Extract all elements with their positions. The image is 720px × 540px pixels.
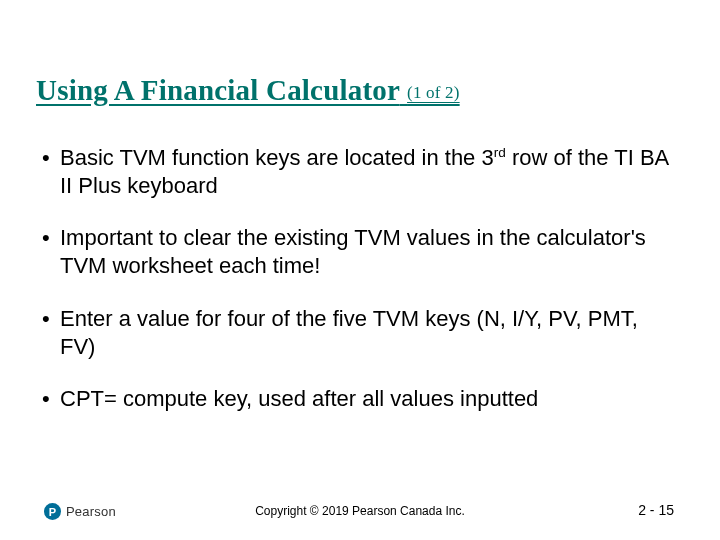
bullet-item: Basic TVM function keys are located in t…	[42, 144, 678, 200]
bullet-list: Basic TVM function keys are located in t…	[42, 144, 678, 437]
bullet-text-pre: Basic TVM function keys are located in t…	[60, 145, 494, 170]
bullet-item: CPT= compute key, used after all values …	[42, 385, 678, 413]
slide-title: Using A Financial Calculator (1 of 2)	[36, 74, 460, 107]
title-main: Using A Financial Calculator	[36, 74, 400, 106]
bullet-text-pre: CPT= compute key, used after all values …	[60, 386, 538, 411]
title-pagination: (1 of 2)	[407, 83, 460, 102]
bullet-text-pre: Important to clear the existing TVM valu…	[60, 225, 646, 278]
slide: Using A Financial Calculator (1 of 2) Ba…	[0, 0, 720, 540]
copyright-text: Copyright © 2019 Pearson Canada Inc.	[0, 504, 720, 518]
page-number: 2 - 15	[638, 502, 674, 518]
bullet-item: Important to clear the existing TVM valu…	[42, 224, 678, 280]
bullet-item: Enter a value for four of the five TVM k…	[42, 305, 678, 361]
footer: P Pearson Copyright © 2019 Pearson Canad…	[0, 496, 720, 522]
bullet-text-sup: rd	[494, 145, 506, 160]
bullet-text-pre: Enter a value for four of the five TVM k…	[60, 306, 638, 359]
